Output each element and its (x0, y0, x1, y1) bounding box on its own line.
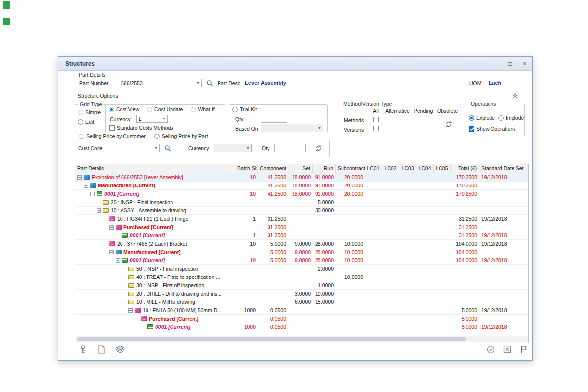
methods-pending-checkbox[interactable] (421, 117, 426, 122)
standard-costs-checkbox-row[interactable]: Standard Costs Methods (109, 125, 173, 131)
grid-row[interactable]: –30 : INSP - First off inspection1.0000 (75, 281, 528, 290)
column-header-lc02[interactable]: LC02 (382, 164, 399, 173)
grid-row[interactable]: –10 : MILL - Mill to drawing6.000015.000… (75, 298, 528, 306)
column-header-subcontract[interactable]: Subcontract (336, 164, 365, 173)
column-header-standard-date-set[interactable]: Standard Date Set (479, 164, 529, 173)
grid-row[interactable]: –40 : TREAT - Plate to specification ...… (75, 273, 528, 281)
tree-collapse-icon[interactable]: – (97, 208, 101, 213)
layers-button[interactable] (115, 345, 125, 354)
grid-row[interactable]: –Explosion of 566/2553 [Lever Assembly]1… (75, 173, 528, 182)
tree-collapse-icon[interactable]: – (116, 258, 120, 263)
radio-selling-price-by-customer[interactable]: Selling Price by Customer (79, 133, 146, 139)
radio-circle-icon[interactable] (78, 119, 83, 125)
chevron-down-icon[interactable]: ▼ (245, 146, 251, 150)
column-header-total[interactable]: Total (£) (451, 164, 479, 173)
grid-row[interactable]: –20 : 3777465 (2 Each) Bracket105.00009.… (75, 240, 528, 248)
tree-collapse-icon[interactable]: – (109, 225, 114, 230)
radio-what-if[interactable]: What If (191, 106, 214, 112)
radio-circle-icon[interactable] (498, 115, 504, 121)
cancel-button[interactable] (502, 345, 512, 354)
methods-alternative-checkbox[interactable] (395, 117, 400, 122)
maximize-icon[interactable]: □ (503, 57, 517, 70)
column-header-run[interactable]: Run (313, 164, 336, 173)
close-icon[interactable]: × (517, 57, 532, 70)
grid-row[interactable]: –50 : INSP - Final inspection2.0000 (75, 265, 528, 273)
chevron-down-icon[interactable]: ▼ (317, 126, 323, 130)
grid-row[interactable]: –20 : INSP - Final inspection5.0000 (75, 198, 528, 207)
cust-search-button[interactable] (164, 144, 172, 152)
grid-row[interactable]: –10 : ASSY - Assemble to drawing30.0000 (75, 207, 528, 215)
part-search-button[interactable] (206, 79, 214, 87)
radio-circle-icon[interactable] (469, 115, 474, 121)
radio-circle-icon[interactable] (78, 110, 83, 115)
grid-row[interactable]: –Manufactured [Current]41.250018.000091.… (75, 182, 528, 190)
radio-circle-icon[interactable] (232, 107, 238, 112)
tree-collapse-icon[interactable]: – (103, 242, 107, 246)
tree-collapse-icon[interactable]: – (77, 175, 82, 180)
versions-all-checkbox[interactable] (373, 126, 379, 131)
grid-row[interactable]: –0001 [Current]10000.05005.000019/12/201… (75, 323, 528, 331)
key-button[interactable] (78, 345, 88, 354)
column-header-lc01[interactable]: LC01 (365, 164, 382, 173)
selling-refresh-button[interactable] (315, 144, 322, 152)
minimize-icon[interactable]: – (488, 57, 503, 70)
column-header-part-details[interactable]: Part Details (75, 164, 235, 173)
versions-alternative-checkbox[interactable] (395, 126, 400, 131)
column-header-set[interactable]: Set (288, 164, 313, 173)
grid-row[interactable]: –0001 [Current]1041.250018.000091.000020… (75, 190, 528, 198)
standard-costs-checkbox[interactable] (109, 125, 115, 131)
radio-cost-view[interactable]: Cost View (109, 106, 139, 112)
grid-row[interactable]: –20 : DRILL - Drill to drawing and ins..… (75, 290, 528, 298)
tree-collapse-icon[interactable]: – (103, 217, 107, 221)
tree-collapse-icon[interactable]: – (84, 184, 88, 188)
based-on-combobox[interactable]: ▼ (261, 124, 323, 132)
radio-trial-kit[interactable]: Trial Kit (232, 106, 257, 112)
grid-row[interactable]: –Purchased [Current]31.250031.2500 (75, 223, 528, 231)
grid-row[interactable]: –10 : EN1A 50 (100 MM) 50mm D...10000.05… (75, 306, 528, 315)
column-header-lc03[interactable]: LC03 (399, 164, 416, 173)
notes-button[interactable] (97, 345, 106, 354)
currency-combobox[interactable]: £ ▼ (136, 115, 168, 123)
show-operations-checkbox[interactable] (469, 126, 474, 132)
ok-button[interactable] (486, 345, 495, 354)
part-number-combobox[interactable]: 566/2553 ▼ (119, 79, 202, 87)
radio-explode[interactable]: Explode (469, 115, 495, 121)
methods-all-checkbox[interactable] (373, 117, 379, 122)
show-operations-row[interactable]: Show Operations (469, 126, 516, 132)
cust-code-combobox[interactable]: ▼ (103, 144, 160, 152)
radio-cost-update[interactable]: Cost Update (147, 106, 183, 112)
grid-row[interactable]: –0001 [Current]105.00009.000028.000010.0… (75, 256, 528, 265)
tree-collapse-icon[interactable]: – (128, 308, 133, 313)
title-bar[interactable]: Structures – □ × (58, 57, 532, 71)
radio-circle-icon[interactable] (79, 134, 84, 139)
selling-currency-combobox[interactable]: ▼ (214, 144, 252, 152)
flag-button[interactable] (519, 345, 529, 354)
tree-collapse-icon[interactable]: – (135, 317, 139, 321)
radio-implode[interactable]: Implode (498, 115, 524, 121)
radio-selling-price-by-part[interactable]: Selling Price by Part (154, 133, 208, 139)
selling-qty-input[interactable] (274, 144, 306, 152)
refresh-button[interactable] (445, 120, 453, 128)
tree-collapse-icon[interactable]: – (90, 192, 95, 196)
chevron-down-icon[interactable]: ▼ (195, 81, 201, 85)
versions-pending-checkbox[interactable] (421, 126, 426, 131)
radio-edit[interactable]: Edit (78, 119, 101, 125)
scrollbar-thumb[interactable] (77, 337, 466, 341)
column-header-batch-size[interactable]: Batch Size (235, 164, 258, 173)
tree-collapse-icon[interactable]: – (122, 300, 126, 304)
radio-circle-icon[interactable] (154, 134, 160, 139)
grid-row[interactable]: –0001 [Current]131.250031.250019/12/2018 (75, 231, 528, 240)
radio-simple[interactable]: Simple (78, 109, 101, 115)
chevron-down-icon[interactable]: ▼ (153, 146, 159, 150)
collapse-section-button[interactable] (511, 92, 519, 100)
tree-collapse-icon[interactable]: – (109, 250, 114, 254)
trial-qty-input[interactable] (261, 115, 287, 123)
radio-circle-icon[interactable] (109, 107, 114, 112)
grid-row[interactable]: –Manufactured [Current]5.00009.000028.00… (75, 248, 528, 256)
grid-row[interactable]: –10 : HG34FF21 (1 Each) Hinge131.250031.… (75, 215, 528, 223)
radio-circle-icon[interactable] (147, 107, 152, 112)
column-header-component[interactable]: Component (258, 164, 288, 173)
column-header-lc05[interactable]: LC05 (434, 164, 451, 173)
column-header-lc04[interactable]: LC04 (416, 164, 434, 173)
grid-row[interactable]: –Purchased [Current]0.05005.0000 (75, 315, 528, 323)
